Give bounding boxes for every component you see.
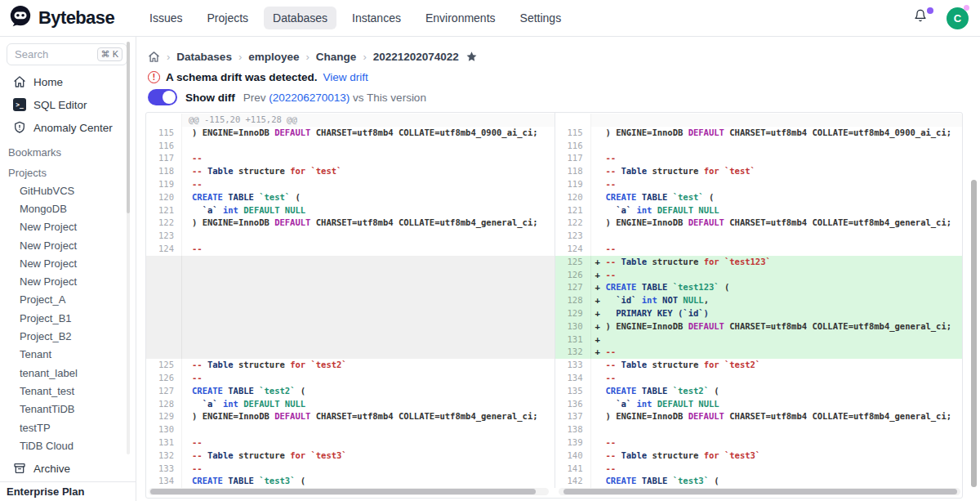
search-input[interactable]: Search ⌘ K — [7, 43, 127, 65]
line-number: 124 — [555, 243, 591, 256]
breadcrumb: ›Databases›employee›Change›2022120207402… — [145, 48, 980, 65]
code-text — [182, 346, 555, 359]
prev-version-link[interactable]: (202206270013) — [269, 92, 350, 104]
sidebar-item-project[interactable]: Project_B2 — [7, 327, 127, 345]
user-menu[interactable]: C — [947, 7, 969, 29]
star-icon[interactable] — [466, 51, 478, 63]
code-text — [182, 423, 555, 436]
sidebar-item-project[interactable]: Tenant_test — [7, 382, 127, 400]
sidebar-item-project[interactable]: GitHubVCS — [7, 181, 127, 199]
breadcrumb-item[interactable]: Databases — [176, 51, 232, 63]
diff-code-row: 117-- — [146, 152, 555, 165]
sidebar-item-project[interactable]: Project_A — [7, 291, 127, 309]
diff-code-row: 132-- Table structure for `test3` — [146, 450, 555, 463]
breadcrumb-separator: › — [167, 51, 170, 63]
code-text — [604, 423, 963, 436]
sidebar-item-project[interactable]: TiDB Cloud — [7, 436, 127, 454]
line-number: 118 — [555, 165, 591, 178]
diff-code-row: 133-- — [146, 463, 555, 476]
diff-sign — [591, 450, 604, 463]
line-number: 123 — [146, 230, 182, 243]
sidebar-item-project[interactable]: Tenant — [7, 346, 127, 364]
scrollbar-thumb[interactable] — [564, 489, 957, 494]
diff-hunk-row: @@ -115,20 +115,28 @@ — [146, 114, 555, 127]
line-number: 122 — [555, 217, 591, 230]
line-number — [146, 281, 182, 294]
notification-bell-button[interactable] — [914, 9, 932, 27]
diff-code-row: 116 — [146, 140, 555, 153]
line-number: 117 — [146, 152, 182, 165]
code-text: `a` int DEFAULT NULL — [604, 398, 963, 411]
line-number: 138 — [555, 423, 591, 436]
code-text: PRIMARY KEY (`id`) — [604, 307, 963, 320]
sidebar-item-project[interactable]: MongoDB — [7, 199, 127, 217]
schema-diff-viewer: @@ -115,20 +115,28 @@115) ENGINE=InnoDB … — [145, 112, 963, 499]
sidebar-item-sql-editor[interactable]: >_ SQL Editor — [7, 93, 127, 116]
avatar[interactable]: C — [947, 7, 969, 29]
line-number: 128 — [555, 294, 591, 307]
code-text — [182, 307, 555, 320]
code-text: -- Table structure for `test3` — [604, 450, 963, 463]
line-number: 125 — [555, 256, 591, 269]
show-diff-toggle[interactable] — [148, 89, 177, 105]
diff-code-row: 129) ENGINE=InnoDB DEFAULT CHARSET=utf8m… — [146, 410, 555, 423]
sidebar-item-project[interactable]: tenant_label — [7, 364, 127, 382]
diff-sign: + — [591, 256, 604, 269]
nav-item-issues[interactable]: Issues — [140, 7, 191, 29]
diff-sign: + — [591, 269, 604, 282]
right-horizontal-scrollbar[interactable] — [559, 488, 960, 495]
topbar-right: C — [914, 7, 969, 29]
sidebar-scrollbar[interactable] — [127, 42, 130, 454]
diff-code-row: 124-- — [146, 243, 555, 256]
sidebar-item-archive[interactable]: Archive — [7, 458, 127, 479]
diff-code-row: 134CREATE TABLE `test3` ( — [146, 475, 555, 488]
diff-code-row: 119-- — [146, 178, 555, 191]
diff-code-row: 139-- — [555, 436, 963, 450]
line-number: 128 — [146, 398, 182, 411]
sidebar-item-project[interactable]: testTP — [7, 418, 127, 436]
breadcrumb-item[interactable]: employee — [248, 51, 299, 63]
sidebar-item-project[interactable]: New Project — [7, 218, 127, 236]
sidebar-item-project[interactable]: Project_B1 — [7, 309, 127, 327]
diff-sign — [591, 178, 604, 191]
diff-code-row: 124-- — [555, 243, 963, 256]
diff-sign — [591, 423, 604, 436]
code-text: @@ -115,20 +115,28 @@ — [182, 114, 555, 127]
view-drift-link[interactable]: View drift — [323, 71, 368, 83]
nav-item-settings[interactable]: Settings — [511, 7, 571, 29]
sidebar-item-home[interactable]: Home — [7, 70, 127, 93]
breadcrumb-item[interactable]: Change — [316, 51, 357, 63]
diff-sign — [591, 410, 604, 423]
sidebar-scrollbar-thumb[interactable] — [127, 42, 130, 213]
nav-item-environments[interactable]: Environments — [416, 7, 505, 29]
line-number: 130 — [146, 423, 182, 436]
nav-item-instances[interactable]: Instances — [343, 7, 410, 29]
sidebar-item-project[interactable]: New Project — [7, 236, 127, 254]
code-text: ) ENGINE=InnoDB DEFAULT CHARSET=utf8mb4 … — [604, 217, 963, 230]
breadcrumb-item[interactable]: 20221202074022 — [373, 51, 459, 63]
diff-sign — [591, 127, 604, 140]
sidebar-item-project[interactable]: New Project — [7, 272, 127, 290]
diff-sign: + — [591, 320, 604, 333]
brand[interactable]: Bytebase — [8, 4, 114, 32]
code-text — [182, 333, 555, 347]
left-horizontal-scrollbar[interactable] — [149, 488, 549, 495]
nav-item-databases[interactable]: Databases — [264, 7, 336, 29]
diff-sign — [591, 114, 604, 127]
diff-code-row: 142CREATE TABLE `test3` ( — [555, 475, 963, 488]
diff-toggle-row: Show diff Prev (202206270013) vs This ve… — [145, 89, 980, 105]
line-number: 142 — [555, 475, 591, 488]
nav-item-projects[interactable]: Projects — [198, 7, 258, 29]
diff-filler-row — [146, 294, 555, 307]
line-number — [146, 307, 182, 320]
sidebar-item-anomaly-center[interactable]: Anomaly Center — [7, 116, 127, 139]
scrollbar-thumb[interactable] — [150, 489, 536, 494]
diff-sign: + — [591, 346, 604, 359]
diff-code-row: 126-- — [146, 372, 555, 385]
home-breadcrumb-icon[interactable] — [148, 51, 160, 63]
page-vertical-scrollbar[interactable] — [971, 180, 977, 487]
sidebar-item-project[interactable]: TenantTiDB — [7, 400, 127, 418]
code-text: -- Table structure for `test2` — [604, 359, 963, 372]
breadcrumb-separator: › — [306, 51, 310, 63]
sidebar-item-project[interactable]: New Project — [7, 254, 127, 272]
